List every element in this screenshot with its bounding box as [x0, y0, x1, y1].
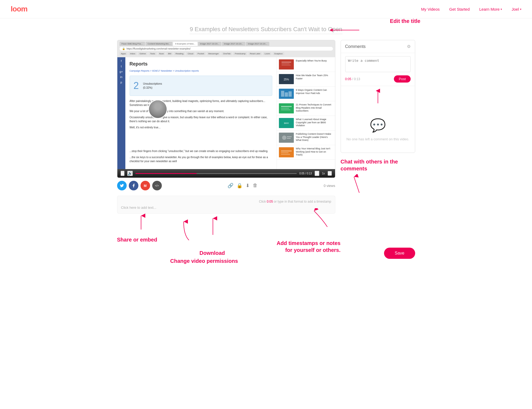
- apps-btn[interactable]: Apps: [119, 52, 127, 55]
- video-title[interactable]: 9 Examples of Newsletters Subscribers Ca…: [190, 26, 342, 34]
- facebook-social-icon[interactable]: f: [121, 59, 122, 63]
- fluxe-btn[interactable]: fluxe: [158, 52, 166, 55]
- chat-arrow: [351, 174, 367, 195]
- tools-btn[interactable]: Tools: [149, 52, 157, 55]
- permissions-annotation: Change video permissions: [170, 258, 238, 264]
- save-button[interactable]: Save: [384, 248, 415, 259]
- lock-icon[interactable]: 🔒: [237, 183, 242, 189]
- browser-tab[interactable]: Image 2017-10-23...: [198, 42, 221, 46]
- pause-button[interactable]: ⏸: [315, 171, 319, 176]
- browser-tab[interactable]: Image 2017-10-23...: [246, 42, 269, 46]
- article-title: 21 Proven Techniques to Convert Blog Rea…: [296, 103, 333, 113]
- user-menu-link[interactable]: Joel ▾: [512, 7, 521, 11]
- fullscreen-button[interactable]: ⛶: [328, 171, 332, 176]
- browser-tab[interactable]: Image 2017-10-23...: [222, 42, 245, 46]
- get-started-link[interactable]: Get Started: [449, 7, 470, 11]
- bm-btn[interactable]: BM: [166, 52, 173, 55]
- twitter-social-icon[interactable]: t: [121, 65, 122, 68]
- gplus-social-icon[interactable]: g+: [119, 70, 123, 73]
- video-action-bar: M </> 🔗 🔒 ⬇ 🗑 0 views: [117, 178, 335, 193]
- comments-title: Comments: [345, 44, 366, 49]
- article-thumbnail: [279, 59, 294, 69]
- gmail-share-button[interactable]: M: [141, 181, 150, 190]
- twitter-share-button[interactable]: [117, 181, 127, 190]
- timestamps-annotation: Add timestamps or notesfor yourself or o…: [277, 240, 340, 253]
- messenger-btn[interactable]: Messenger: [207, 52, 221, 55]
- browser-chrome: Fluxe SME Blog Pos... Content Marketing …: [117, 40, 335, 57]
- svg-rect-3: [282, 63, 290, 64]
- progress-bar[interactable]: [135, 173, 297, 174]
- svg-rect-22: [281, 150, 292, 152]
- article-title: 9 Ways Organic Content Can Improve Your …: [296, 89, 333, 99]
- content-stats-box: 2 Unsubscriptions (0.32%): [130, 76, 272, 96]
- link-icon[interactable]: 🔗: [228, 183, 233, 189]
- comment-time-link[interactable]: 0:05: [345, 77, 351, 81]
- browser-tabs: Fluxe SME Blog Pos... Content Marketing …: [119, 42, 333, 46]
- list-item[interactable]: 25% How We Made Our Team 25% Faster: [277, 72, 335, 87]
- speed-button[interactable]: 1x: [322, 172, 325, 175]
- edit-title-annotation: Edit the title: [390, 18, 420, 24]
- list-item[interactable]: Why Your Internal Blog Just Isn't Workin…: [277, 145, 335, 160]
- list-item[interactable]: Publishing Content Doesn't Make You a Th…: [277, 130, 335, 145]
- notes-section: Click 0:05 or type in that format to add…: [117, 196, 335, 214]
- chevron-down-icon: ▾: [520, 8, 521, 11]
- inbox-btn[interactable]: Inbox: [129, 52, 137, 55]
- svg-rect-24: [281, 154, 290, 155]
- notes-input[interactable]: Click here to add text...: [121, 206, 331, 210]
- time-display: 0:05 / 0:13: [299, 172, 312, 175]
- play-button[interactable]: ▶: [121, 171, 125, 176]
- browser-tab[interactable]: Fluxe SME Blog Pos...: [119, 42, 145, 46]
- article-thumbnail: [279, 133, 294, 143]
- comment-timestamp: 0:05 / 0:13: [345, 77, 360, 81]
- svg-rect-14: [281, 109, 290, 110]
- video-section: Fluxe SME Blog Pos... Content Marketing …: [117, 40, 335, 214]
- facebook-share-button[interactable]: [129, 181, 138, 190]
- download-arrow: [208, 216, 218, 238]
- list-item[interactable]: $800 What I Learned About Image Copyrigh…: [277, 116, 335, 130]
- volume-button[interactable]: 🔊: [127, 171, 133, 176]
- svg-rect-2: [282, 62, 291, 63]
- svg-rect-4: [282, 65, 291, 66]
- read-later-btn[interactable]: Read Later: [248, 52, 262, 55]
- svg-rect-12: [281, 106, 292, 107]
- embed-button[interactable]: </>: [152, 181, 162, 190]
- pocket-btn[interactable]: Pocket: [196, 52, 205, 55]
- list-item[interactable]: Especially When You're Busy: [277, 57, 335, 72]
- svg-rect-1: [279, 59, 294, 69]
- browser-tab-active[interactable]: 9 Examples of New...: [173, 42, 197, 46]
- linkedin-social-icon[interactable]: in: [120, 75, 122, 79]
- freedcamp-btn[interactable]: Freedcamp: [233, 52, 247, 55]
- my-videos-link[interactable]: My Videos: [421, 7, 440, 11]
- onetab-btn[interactable]: OneTab: [221, 52, 232, 55]
- settings-icon[interactable]: ⚙: [407, 44, 411, 49]
- list-item[interactable]: 21 Proven Techniques to Convert Blog Rea…: [277, 101, 335, 116]
- browser-tab[interactable]: Content Marketing Blo...: [146, 42, 173, 46]
- unsub-count: 2: [134, 79, 139, 93]
- logo[interactable]: loom: [11, 5, 27, 13]
- pinterest-social-icon[interactable]: p: [120, 81, 122, 84]
- cloud-btn[interactable]: Cloud: [186, 52, 195, 55]
- unsub-label: Unsubscriptions: [143, 82, 162, 86]
- bottom-annotations: Share or embed Download Change video per…: [106, 216, 426, 264]
- loom-btn[interactable]: Loom: [263, 52, 271, 55]
- list-item[interactable]: 9 Ways Organic Content Can Improve Your …: [277, 87, 335, 101]
- comment-footer: 0:05 / 0:13 Post: [345, 75, 411, 83]
- article-thumbnail: $800: [279, 118, 294, 128]
- content-para-5: ...stop their fingers from clicking "uns…: [130, 149, 272, 153]
- download-annotation: Download: [200, 250, 225, 256]
- delete-icon[interactable]: 🗑: [253, 183, 258, 189]
- browser-address-bar[interactable]: 🔒 https://fluxedigitalmarketing.com/emai…: [119, 47, 333, 51]
- svg-rect-19: [287, 136, 292, 137]
- download-icon[interactable]: ⬇: [246, 183, 250, 189]
- views-count: 0 views: [324, 184, 335, 188]
- gdrive-btn[interactable]: Gdrive: [138, 52, 147, 55]
- reading-btn[interactable]: Reading: [174, 52, 185, 55]
- learn-more-link[interactable]: Learn More ▾: [479, 7, 502, 11]
- comment-input[interactable]: [345, 56, 411, 72]
- svg-rect-8: [281, 91, 284, 97]
- post-comment-button[interactable]: Post: [394, 75, 410, 83]
- svg-text:$800: $800: [284, 122, 289, 124]
- soapbox-btn[interactable]: Soapbox: [273, 52, 284, 55]
- comments-header: Comments ⚙: [341, 40, 415, 53]
- notes-timestamp-link[interactable]: 0:05: [267, 200, 273, 203]
